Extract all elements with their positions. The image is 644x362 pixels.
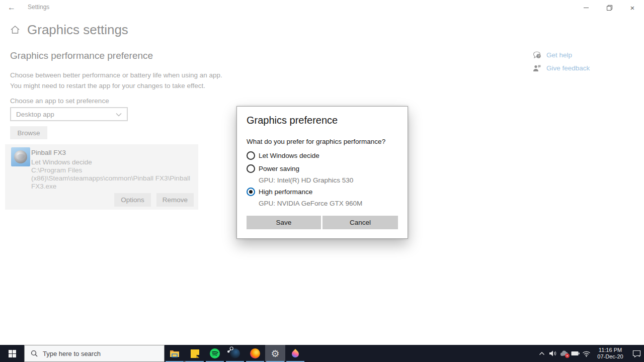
chevron-down-icon	[116, 111, 122, 118]
dialog-title: Graphics preference	[247, 115, 338, 126]
window-controls: ×	[575, 0, 644, 15]
window-title: Settings	[28, 4, 49, 11]
section-description: Choose between better performance or bat…	[10, 70, 222, 91]
onedrive-button[interactable]: ×	[558, 345, 570, 362]
radio-button[interactable]	[247, 151, 255, 160]
clock-time: 11:16 PM	[595, 347, 626, 353]
restore-icon	[607, 5, 612, 11]
section-title: Graphics performance preference	[10, 50, 153, 61]
minimize-icon	[584, 8, 589, 8]
get-help-link[interactable]: ? Get help	[532, 48, 590, 61]
save-button[interactable]: Save	[247, 216, 321, 229]
action-center-icon	[632, 350, 641, 357]
steam-icon	[230, 348, 240, 358]
app-entry-pinball-fx3[interactable]: Pinball FX3 Let Windows decide C:\Progra…	[5, 144, 198, 210]
minimize-button[interactable]	[575, 0, 598, 15]
onedrive-error-badge: ×	[565, 353, 570, 358]
color-drop-icon	[290, 349, 300, 359]
choose-app-label: Choose an app to set preference	[10, 97, 109, 105]
pinball-fx3-app-icon	[11, 147, 30, 166]
radio-option-power-saving[interactable]: Power saving	[247, 164, 299, 173]
sticky-notes-icon	[191, 349, 199, 358]
radio-button[interactable]	[247, 164, 255, 173]
taskbar-app-file-explorer[interactable]	[165, 345, 185, 362]
browse-button[interactable]: Browse	[10, 126, 47, 139]
give-feedback-label: Give feedback	[546, 64, 590, 72]
get-help-label: Get help	[546, 51, 572, 59]
close-button[interactable]: ×	[621, 0, 644, 15]
description-line: You might need to restart the app for yo…	[10, 80, 222, 91]
radio-label: High performance	[259, 188, 312, 196]
radio-label: Let Windows decide	[259, 152, 319, 159]
app-current-preference: Let Windows decide	[31, 158, 92, 166]
remove-button[interactable]: Remove	[156, 193, 194, 207]
file-explorer-icon	[170, 349, 180, 357]
svg-text:?: ?	[537, 54, 539, 58]
taskbar-app-spotify[interactable]	[205, 345, 225, 362]
home-icon	[10, 25, 20, 36]
radio-label: Power saving	[259, 165, 299, 172]
taskbar-app-steam[interactable]	[225, 345, 245, 362]
options-button[interactable]: Options	[114, 193, 151, 207]
taskbar-app-sticky-notes[interactable]	[185, 345, 205, 362]
battery-button[interactable]	[570, 345, 581, 362]
give-feedback-link[interactable]: Give feedback	[532, 61, 590, 74]
battery-icon	[571, 351, 580, 356]
radio-option-let-windows-decide[interactable]: Let Windows decide	[247, 151, 319, 160]
back-button[interactable]: ←	[5, 2, 18, 13]
taskbar-app-firefox[interactable]	[245, 345, 265, 362]
windows-logo-icon	[9, 350, 16, 357]
graphics-preference-dialog: Graphics preference What do you prefer f…	[236, 106, 408, 239]
start-button[interactable]	[0, 345, 24, 362]
volume-button[interactable]	[547, 345, 558, 362]
taskbar: Type here to search	[0, 345, 644, 362]
page-title: Graphics settings	[27, 22, 128, 38]
search-placeholder: Type here to search	[43, 350, 101, 357]
window-titlebar: ← Settings ×	[0, 0, 644, 15]
spotify-icon	[210, 348, 220, 358]
app-path: C:\Program Files (x86)\Steam\steamapps\c…	[31, 166, 198, 191]
app-name: Pinball FX3	[31, 149, 66, 156]
chevron-up-icon	[539, 351, 545, 355]
wifi-icon	[582, 350, 591, 357]
dialog-question: What do you prefer for graphics performa…	[247, 138, 385, 145]
clock-date: 07-Dec-20	[595, 353, 626, 360]
app-type-dropdown-value: Desktop app	[16, 111, 54, 118]
desktop: { "window": { "title": "Settings" }, "pa…	[0, 0, 644, 362]
hidden-icons-button[interactable]	[536, 345, 547, 362]
app-type-dropdown[interactable]: Desktop app	[10, 107, 128, 121]
firefox-icon	[250, 348, 260, 358]
radio-button[interactable]	[247, 188, 255, 196]
wifi-button[interactable]	[581, 345, 592, 362]
cancel-button[interactable]: Cancel	[323, 216, 398, 229]
taskbar-clock[interactable]: 11:16 PM 07-Dec-20	[595, 347, 626, 360]
description-line: Choose between better performance or bat…	[10, 70, 222, 80]
action-center-button[interactable]	[629, 345, 644, 362]
system-tray: × 11:16 PM 07-Dec-20	[536, 345, 644, 362]
taskbar-app-color-drop[interactable]	[285, 345, 305, 362]
search-icon	[31, 350, 38, 357]
speaker-icon	[549, 350, 557, 357]
radio-option-high-performance[interactable]: High performance	[247, 188, 312, 196]
settings-gear-icon: ⚙	[271, 349, 279, 358]
give-feedback-icon	[532, 64, 541, 72]
close-icon: ×	[630, 4, 635, 12]
gpu-sub-label: GPU: Intel(R) HD Graphics 530	[259, 176, 353, 184]
taskbar-app-settings[interactable]: ⚙	[265, 345, 285, 362]
help-links: ? Get help Give feedback	[532, 48, 590, 74]
restore-button[interactable]	[598, 0, 621, 15]
get-help-icon: ?	[532, 51, 541, 59]
gpu-sub-label: GPU: NVIDIA GeForce GTX 960M	[259, 200, 362, 207]
taskbar-search[interactable]: Type here to search	[24, 345, 165, 362]
